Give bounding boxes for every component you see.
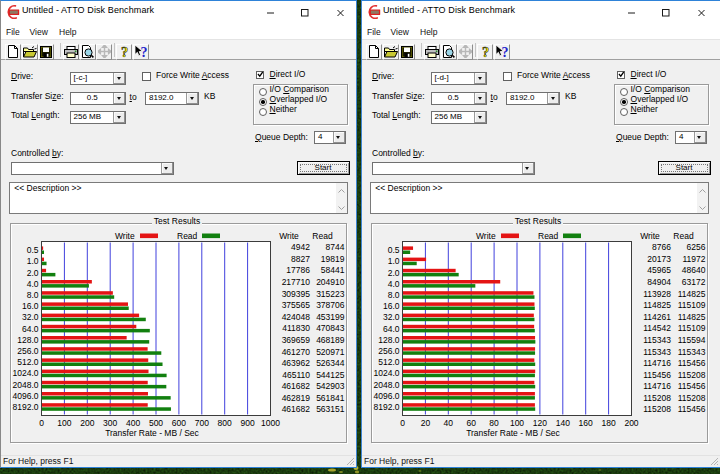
svg-text:8.0: 8.0 — [388, 290, 400, 300]
svg-text:64.0: 64.0 — [22, 324, 39, 334]
svg-text:800: 800 — [218, 418, 232, 428]
svg-text:32.0: 32.0 — [22, 312, 39, 322]
svg-text:2.0: 2.0 — [27, 268, 39, 278]
svg-text:Write: Write — [279, 231, 299, 241]
svg-text:461682: 461682 — [282, 404, 311, 414]
svg-text:0.5: 0.5 — [27, 245, 39, 255]
svg-text:600: 600 — [172, 418, 186, 428]
svg-text:128.0: 128.0 — [378, 335, 400, 345]
svg-text:561841: 561841 — [316, 393, 345, 403]
svg-text:115343: 115343 — [678, 347, 706, 357]
svg-text:256.0: 256.0 — [378, 346, 400, 356]
svg-text:?: ? — [120, 45, 127, 58]
svg-text:20173: 20173 — [647, 254, 671, 264]
svg-text:114542: 114542 — [643, 323, 671, 333]
svg-text:58441: 58441 — [321, 265, 345, 275]
svg-text:2048.0: 2048.0 — [374, 380, 400, 390]
svg-text:17786: 17786 — [286, 265, 310, 275]
svg-text:Write: Write — [115, 231, 135, 241]
svg-text:204910: 204910 — [316, 277, 345, 287]
svg-text:1024.0: 1024.0 — [13, 368, 39, 378]
svg-text:115109: 115109 — [678, 300, 706, 310]
svg-text:Write: Write — [640, 231, 660, 241]
svg-text:20: 20 — [421, 418, 431, 428]
svg-text:4.0: 4.0 — [388, 279, 400, 289]
svg-text:16.0: 16.0 — [22, 301, 39, 311]
svg-text:115456: 115456 — [643, 370, 671, 380]
svg-text:115208: 115208 — [643, 393, 671, 403]
svg-text:100: 100 — [510, 418, 524, 428]
svg-text:120: 120 — [533, 418, 547, 428]
svg-text:63172: 63172 — [682, 277, 706, 287]
svg-text:461682: 461682 — [282, 381, 311, 391]
svg-text:8827: 8827 — [291, 254, 310, 264]
svg-text:4096.0: 4096.0 — [374, 391, 400, 401]
svg-text:115456: 115456 — [678, 381, 706, 391]
svg-text:115343: 115343 — [643, 335, 671, 345]
svg-text:4.0: 4.0 — [27, 279, 39, 289]
svg-text:512.0: 512.0 — [17, 357, 39, 367]
svg-text:2.0: 2.0 — [388, 268, 400, 278]
svg-text:0: 0 — [39, 418, 44, 428]
svg-text:Read: Read — [538, 231, 559, 241]
svg-text:4096.0: 4096.0 — [13, 391, 39, 401]
svg-text:40: 40 — [444, 418, 454, 428]
svg-text:Read: Read — [177, 231, 198, 241]
svg-text:8744: 8744 — [326, 242, 345, 252]
svg-text:2048.0: 2048.0 — [13, 380, 39, 390]
svg-text:19819: 19819 — [321, 254, 345, 264]
svg-text:200: 200 — [624, 418, 638, 428]
svg-text:115456: 115456 — [678, 358, 706, 368]
svg-text:100: 100 — [57, 418, 71, 428]
svg-text:64.0: 64.0 — [383, 324, 400, 334]
svg-text:45965: 45965 — [647, 265, 671, 275]
svg-text:369659: 369659 — [282, 335, 311, 345]
svg-text:114261: 114261 — [643, 312, 671, 322]
svg-text:470843: 470843 — [316, 323, 345, 333]
svg-text:160: 160 — [579, 418, 593, 428]
svg-text:0: 0 — [400, 418, 405, 428]
svg-text:256.0: 256.0 — [17, 346, 39, 356]
svg-text:500: 500 — [149, 418, 163, 428]
svg-text:115208: 115208 — [678, 370, 706, 380]
svg-text:Transfer Rate - MB / Sec: Transfer Rate - MB / Sec — [466, 428, 560, 438]
svg-text:544125: 544125 — [316, 370, 345, 380]
svg-text:378706: 378706 — [316, 300, 345, 310]
svg-text:114825: 114825 — [678, 289, 706, 299]
svg-text:Write: Write — [476, 231, 496, 241]
svg-text:?: ? — [481, 45, 488, 58]
svg-text:0.5: 0.5 — [388, 245, 400, 255]
svg-text:115456: 115456 — [678, 404, 706, 414]
svg-text:1.0: 1.0 — [27, 256, 39, 266]
svg-text:128.0: 128.0 — [17, 335, 39, 345]
svg-text:114716: 114716 — [643, 358, 671, 368]
svg-text:115109: 115109 — [678, 323, 706, 333]
svg-text:8192.0: 8192.0 — [374, 402, 400, 412]
svg-text:Transfer Rate - MB / Sec: Transfer Rate - MB / Sec — [105, 428, 199, 438]
svg-text:11972: 11972 — [682, 254, 705, 264]
svg-text:309395: 309395 — [282, 289, 311, 299]
svg-text:114716: 114716 — [643, 381, 671, 391]
svg-text:Read: Read — [312, 231, 333, 241]
svg-text:200: 200 — [80, 418, 94, 428]
svg-text:113928: 113928 — [643, 289, 671, 299]
svg-text:140: 140 — [556, 418, 570, 428]
svg-text:424048: 424048 — [282, 312, 311, 322]
svg-text:115343: 115343 — [643, 347, 671, 357]
svg-text:468189: 468189 — [316, 335, 345, 345]
svg-text:700: 700 — [195, 418, 209, 428]
svg-text:563151: 563151 — [316, 404, 345, 414]
svg-text:6256: 6256 — [687, 242, 706, 252]
svg-text:180: 180 — [602, 418, 616, 428]
svg-text:465110: 465110 — [282, 370, 310, 380]
svg-text:84904: 84904 — [647, 277, 671, 287]
svg-text:1000: 1000 — [261, 418, 280, 428]
svg-text:526344: 526344 — [316, 358, 345, 368]
svg-text:16.0: 16.0 — [383, 301, 400, 311]
svg-text:453199: 453199 — [316, 312, 345, 322]
svg-text:315223: 315223 — [316, 289, 345, 299]
svg-text:462819: 462819 — [282, 393, 311, 403]
svg-text:300: 300 — [103, 418, 117, 428]
svg-text:900: 900 — [241, 418, 255, 428]
svg-text:512.0: 512.0 — [378, 357, 400, 367]
